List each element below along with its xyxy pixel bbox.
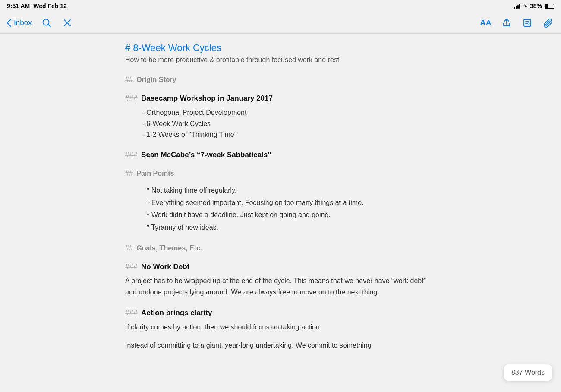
section-action-clarity: ### Action brings clarity If clarity com…: [125, 309, 436, 351]
list-item: * Not taking time off regularly.: [147, 184, 436, 197]
title-hash: #: [125, 42, 133, 53]
svg-rect-2: [524, 19, 531, 26]
dash-icon: -: [142, 109, 145, 116]
basecamp-bullets: -Orthogonal Project Development -6-Week …: [125, 107, 436, 140]
h2-pain-points: ## Pain Points: [125, 170, 436, 177]
battery-icon: [545, 4, 554, 9]
action-clarity-body: If clarity comes by action, then we shou…: [125, 322, 436, 333]
h2-origin-story: ## Origin Story: [125, 76, 436, 84]
nav-left: Inbox: [7, 17, 73, 29]
back-chevron-icon: [7, 19, 11, 27]
h3-title-4: Action brings clarity: [141, 309, 212, 317]
nav-right: AA: [480, 17, 554, 29]
section-goals: ## Goals, Themes, Etc.: [125, 244, 436, 252]
status-right: ∿ 38%: [514, 3, 554, 9]
title-text: 8-Week Work Cycles: [133, 42, 221, 53]
font-size-button[interactable]: AA: [480, 17, 492, 29]
h3-title-2: Sean McCabe’s “7-week Sabbaticals”: [141, 151, 271, 159]
section-basecamp: ### Basecamp Workshop in January 2017 -O…: [125, 94, 436, 140]
back-label: Inbox: [14, 19, 32, 27]
word-count-badge: 837 Words: [504, 364, 552, 381]
signal-bars: [514, 3, 520, 9]
date: Wed Feb 12: [33, 3, 67, 9]
content-area: # 8-Week Work Cycles How to be more prod…: [0, 34, 561, 392]
search-button[interactable]: [41, 17, 53, 29]
dash-icon: -: [142, 120, 145, 127]
back-button[interactable]: Inbox: [7, 19, 32, 27]
doc-title[interactable]: # 8-Week Work Cycles: [125, 42, 436, 54]
resize-button[interactable]: [61, 17, 73, 29]
h2-hash-3: ##: [125, 244, 135, 252]
h3-basecamp: ### Basecamp Workshop in January 2017: [125, 94, 436, 103]
h3-sean-mccabe: ### Sean McCabe’s “7-week Sabbaticals”: [125, 151, 436, 159]
bullet-text-2: 6-Week Work Cycles: [146, 120, 211, 127]
word-count-label: 837 Words: [511, 369, 545, 376]
section-pain-points: ## Pain Points * Not taking time off reg…: [125, 170, 436, 234]
list-item: * Everything seemed important. Focusing …: [147, 197, 436, 209]
signal-bar-2: [516, 6, 517, 9]
list-item: -6-Week Work Cycles: [142, 118, 436, 130]
list-item: * Work didn’t have a deadline. Just kept…: [147, 209, 436, 221]
svg-line-1: [48, 24, 50, 27]
h2-title-2: Pain Points: [136, 170, 174, 177]
edit-icon: [523, 18, 532, 28]
section-origin-story: ## Origin Story: [125, 76, 436, 84]
h3-hash-1: ###: [125, 94, 139, 102]
h3-title-1: Basecamp Workshop in January 2017: [141, 94, 273, 102]
wifi-icon: ∿: [523, 3, 527, 9]
h3-hash-4: ###: [125, 309, 139, 317]
h3-hash-2: ###: [125, 151, 139, 159]
signal-bar-4: [519, 4, 520, 9]
edit-button[interactable]: [521, 17, 533, 29]
status-bar: 9:51 AM Wed Feb 12 ∿ 38%: [0, 0, 561, 12]
list-item: -1-2 Weeks of “Thinking Time”: [142, 129, 436, 140]
h2-goals: ## Goals, Themes, Etc.: [125, 244, 436, 252]
h3-action-clarity: ### Action brings clarity: [125, 309, 436, 317]
list-item: * Tyranny of new ideas.: [147, 221, 436, 234]
status-left: 9:51 AM Wed Feb 12: [7, 3, 67, 9]
signal-bar-3: [517, 5, 519, 9]
h2-hash-1: ##: [125, 76, 135, 83]
battery-pct: 38%: [530, 3, 542, 9]
no-work-debt-body: A project has to be wrapped up at the en…: [125, 275, 436, 298]
time: 9:51 AM: [7, 3, 30, 9]
search-icon: [42, 18, 51, 28]
resize-icon: [63, 18, 72, 28]
pain-points-list: * Not taking time off regularly. * Every…: [125, 184, 436, 234]
action-clarity-body2: Instead of committing to a giant, year-l…: [125, 340, 436, 351]
battery-fill: [545, 4, 548, 8]
font-size-label: AA: [480, 19, 492, 27]
doc-title-block: # 8-Week Work Cycles How to be more prod…: [125, 42, 436, 64]
section-sean-mccabe: ### Sean McCabe’s “7-week Sabbaticals”: [125, 151, 436, 159]
dash-icon: -: [142, 131, 145, 138]
share-icon: [502, 18, 511, 28]
doc-subtitle: How to be more productive & profitable t…: [125, 56, 436, 64]
h3-title-3: No Work Debt: [141, 262, 189, 271]
list-item: -Orthogonal Project Development: [142, 107, 436, 118]
h3-hash-3: ###: [125, 262, 139, 271]
h3-no-work-debt: ### No Work Debt: [125, 262, 436, 271]
h2-title-1: Origin Story: [136, 76, 176, 83]
bullet-text-3: 1-2 Weeks of “Thinking Time”: [146, 131, 236, 138]
paperclip-icon: [543, 18, 553, 28]
section-no-work-debt: ### No Work Debt A project has to be wra…: [125, 262, 436, 298]
attach-button[interactable]: [542, 17, 554, 29]
nav-bar: Inbox AA: [0, 12, 561, 34]
signal-bar-1: [514, 7, 515, 9]
bullet-text-1: Orthogonal Project Development: [146, 109, 246, 116]
h2-title-3: Goals, Themes, Etc.: [136, 244, 202, 252]
h2-hash-2: ##: [125, 170, 135, 177]
share-button[interactable]: [501, 17, 513, 29]
